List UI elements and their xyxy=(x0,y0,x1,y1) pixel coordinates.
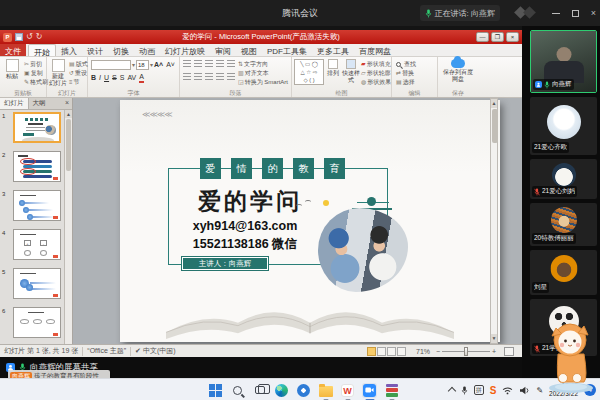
numbering-button[interactable] xyxy=(194,60,202,67)
canvas-scroll-thumb[interactable] xyxy=(492,109,498,143)
participant-tile-2[interactable]: 21爱心齐欧 xyxy=(530,97,597,155)
slide-sorter-view-button[interactable] xyxy=(377,347,386,356)
tab-file[interactable]: 文件 xyxy=(0,44,26,56)
fit-to-window-button[interactable] xyxy=(504,347,514,356)
paste-button[interactable]: 粘贴 xyxy=(1,59,23,80)
smartart-button[interactable]: ◲转换为 SmartArt xyxy=(238,78,288,86)
wps-office-button[interactable]: W xyxy=(340,383,355,398)
align-text-button[interactable]: ▥对齐文本 xyxy=(238,69,269,77)
slide-thumbnail-1[interactable] xyxy=(13,112,61,143)
bold-button[interactable]: B xyxy=(91,74,96,82)
tab-more-tools[interactable]: 更多工具 xyxy=(312,44,354,56)
winrar-button[interactable] xyxy=(384,383,399,398)
grow-font-button[interactable]: A˄ xyxy=(154,61,163,69)
language-label[interactable]: 中文(中国) xyxy=(143,346,176,356)
align-right-button[interactable] xyxy=(205,73,213,80)
tab-design[interactable]: 设计 xyxy=(82,44,108,56)
shapes-gallery[interactable]: ╲ ▭ ◯△ ☆ ⇨◇ ( ) xyxy=(294,59,324,85)
justify-button[interactable] xyxy=(216,73,224,80)
line-spacing-button[interactable] xyxy=(227,60,235,67)
tab-review[interactable]: 审阅 xyxy=(210,44,236,56)
shape-outline-button[interactable]: ▱形状轮廓 xyxy=(361,69,391,77)
zoom-slider-knob[interactable] xyxy=(464,347,468,356)
replace-button[interactable]: ⇄替换 xyxy=(396,69,414,77)
save-icon[interactable] xyxy=(15,33,23,41)
ime-indicator-icon[interactable]: 拼 xyxy=(474,385,484,395)
shape-fill-button[interactable]: ▰形状填充 xyxy=(361,60,391,68)
task-view-button[interactable] xyxy=(252,383,267,398)
panel-close-icon[interactable]: × xyxy=(62,98,72,109)
tray-mic-icon[interactable] xyxy=(461,386,468,395)
text-direction-button[interactable]: ⇅文字方向 xyxy=(238,60,268,68)
font-name-select[interactable] xyxy=(91,60,131,70)
save-to-netdisk-button[interactable]: 保存到百度网盘 xyxy=(438,59,478,82)
tab-slideshow[interactable]: 幻灯片放映 xyxy=(160,44,210,56)
browser-button[interactable] xyxy=(296,383,311,398)
panel-tab-outline[interactable]: 大纲 xyxy=(29,98,50,109)
indent-decrease-button[interactable] xyxy=(205,60,213,67)
section-button[interactable]: ≡节 xyxy=(69,78,80,86)
scroll-up-icon[interactable]: ▲ xyxy=(65,110,72,118)
slide-thumbnail-3[interactable] xyxy=(13,190,61,221)
shrink-font-button[interactable]: A˅ xyxy=(166,61,175,69)
participant-tile-3[interactable]: 21爱心刘妈 xyxy=(530,159,597,199)
participant-tile-1[interactable]: 向燕辉 xyxy=(530,30,597,93)
panel-scroll-thumb[interactable] xyxy=(66,119,71,171)
tab-home[interactable]: 开始 xyxy=(28,44,56,56)
panel-tab-slides[interactable]: 幻灯片 xyxy=(0,98,29,109)
tab-pdf-tools[interactable]: PDF工具集 xyxy=(262,44,312,56)
font-color-button[interactable]: A xyxy=(139,73,144,83)
tab-view[interactable]: 视图 xyxy=(236,44,262,56)
reading-view-button[interactable] xyxy=(387,347,396,356)
pen-icon[interactable]: ✎ xyxy=(536,386,543,395)
tab-baidu-netdisk[interactable]: 百度网盘 xyxy=(354,44,396,56)
columns-button[interactable] xyxy=(227,73,235,80)
slide-thumbnail-5[interactable] xyxy=(13,268,61,299)
italic-button[interactable]: I xyxy=(99,74,101,82)
strikethrough-button[interactable]: S xyxy=(112,74,117,82)
canvas-scrollbar[interactable]: ▲ ▼ xyxy=(490,98,498,344)
start-button[interactable] xyxy=(208,383,223,398)
shape-effects-button[interactable]: ◍形状效果 xyxy=(361,78,391,86)
panel-scrollbar[interactable]: ▲ xyxy=(64,110,72,344)
slide-thumbnail-2[interactable] xyxy=(13,151,61,182)
volume-icon[interactable] xyxy=(519,386,530,395)
char-spacing-button[interactable]: AV xyxy=(127,74,136,82)
undo-icon[interactable]: ↺ xyxy=(26,33,33,41)
new-slide-button[interactable]: 新建幻灯片 xyxy=(47,59,69,86)
layout-button[interactable]: ▤版式 xyxy=(69,60,88,68)
tab-insert[interactable]: 插入 xyxy=(56,44,82,56)
normal-view-button[interactable] xyxy=(367,347,376,356)
slideshow-view-button[interactable] xyxy=(397,347,406,356)
copy-button[interactable]: ▣复制 xyxy=(24,69,43,77)
zoom-slider[interactable]: −+ xyxy=(436,348,496,355)
ppt-restore-button[interactable]: ❒ xyxy=(491,32,504,42)
taskbar-search-button[interactable] xyxy=(230,383,245,398)
slide-canvas[interactable]: ≪≪≪≪ 爱 情 的 教 育 爱的学问 xyh914@163.com 15521… xyxy=(74,98,506,344)
edge-browser-button[interactable] xyxy=(274,383,289,398)
ppt-close-button[interactable]: × xyxy=(506,32,519,42)
quick-styles-button[interactable]: 快速样式 xyxy=(341,59,361,83)
redo-icon[interactable]: ↻ xyxy=(36,33,43,41)
reset-button[interactable]: ↺重设 xyxy=(69,69,87,77)
bullets-button[interactable] xyxy=(183,60,191,67)
file-explorer-button[interactable] xyxy=(318,383,333,398)
find-button[interactable]: 查找 xyxy=(396,60,416,68)
ppt-minimize-button[interactable]: — xyxy=(476,32,489,42)
close-button[interactable]: × xyxy=(591,8,596,18)
scroll-up-icon[interactable]: ▲ xyxy=(491,99,497,108)
select-button[interactable]: ▤选择 xyxy=(396,78,415,86)
slide-thumbnail-6[interactable] xyxy=(13,307,61,338)
maximize-button[interactable] xyxy=(572,10,579,17)
sogou-input-icon[interactable]: S xyxy=(490,385,497,396)
format-painter-button[interactable]: ✎格式刷 xyxy=(24,78,48,86)
participant-tile-4[interactable]: 20特教傅丽丽 xyxy=(530,203,597,246)
font-size-select[interactable]: 18 xyxy=(136,60,149,70)
align-left-button[interactable] xyxy=(183,73,191,80)
underline-button[interactable]: U xyxy=(104,74,109,82)
slide-thumbnail-4[interactable]: + - xyxy=(13,229,61,260)
slide-page[interactable]: ≪≪≪≪ 爱 情 的 教 育 爱的学问 xyh914@163.com 15521… xyxy=(120,100,500,342)
indent-increase-button[interactable] xyxy=(216,60,224,67)
cut-button[interactable]: ✂剪切 xyxy=(24,60,42,68)
arrange-button[interactable]: 排列 xyxy=(325,59,341,77)
